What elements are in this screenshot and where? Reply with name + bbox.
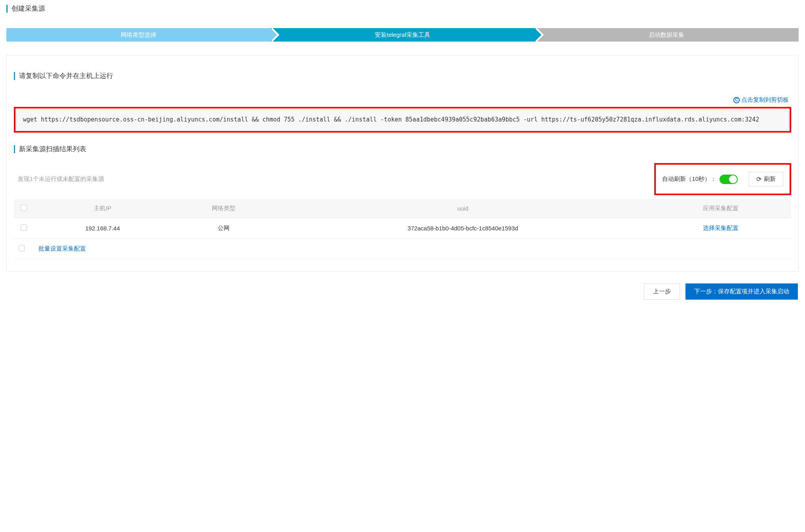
step-label: 网络类型选择 — [121, 31, 156, 39]
auto-refresh-toggle[interactable] — [720, 175, 738, 184]
step-install-telegraf[interactable]: 安装telegraf采集工具 — [270, 28, 534, 42]
refresh-button[interactable]: ⟳ 刷新 — [749, 172, 783, 186]
table-row: 192.168.7.44 公网 372aca58-b1b0-4d05-bcfc-… — [14, 218, 791, 239]
refresh-controls-highlight-frame: 自动刷新（10秒）： ⟳ 刷新 — [654, 163, 791, 195]
row-checkbox[interactable] — [21, 224, 27, 231]
command-highlight-frame: wget https://tsdbopensource.oss-cn-beiji… — [14, 107, 791, 133]
auto-refresh-control: 自动刷新（10秒）： — [662, 175, 738, 184]
col-network-type: 网络类型 — [171, 199, 275, 218]
refresh-button-label: 刷新 — [764, 175, 776, 183]
table-footer-row: 批量设置采集配置 — [14, 239, 791, 259]
install-command-box[interactable]: wget https://tsdbopensource.oss-cn-beiji… — [16, 109, 789, 130]
copy-icon: C — [733, 97, 740, 103]
section-accent-bar — [14, 145, 15, 153]
col-uuid: uuid — [275, 199, 650, 218]
next-step-button[interactable]: 下一步：保存配置项并进入采集启动 — [685, 283, 798, 300]
step-start-collection[interactable]: 启动数据采集 — [535, 28, 799, 42]
section-header-scan: 新采集源扫描结果列表 — [14, 144, 791, 154]
copy-row: C 点击复制到剪切板 — [14, 96, 791, 104]
copy-to-clipboard-link[interactable]: C 点击复制到剪切板 — [733, 96, 789, 104]
section-header-command: 请复制以下命令并在主机上运行 — [14, 71, 791, 80]
section-title: 新采集源扫描结果列表 — [19, 144, 86, 154]
refresh-icon: ⟳ — [756, 176, 761, 182]
scan-results-table: 主机IP 网络类型 uuid 应用采集配置 192.168.7.44 公网 37… — [14, 199, 791, 259]
section-title: 请复制以下命令并在主机上运行 — [19, 71, 113, 80]
footer-checkbox[interactable] — [19, 245, 25, 251]
main-card: 请复制以下命令并在主机上运行 C 点击复制到剪切板 wget https://t… — [6, 55, 799, 272]
title-accent-bar — [6, 5, 8, 13]
scan-status-message: 发现1个未运行或未配置的采集源 — [14, 175, 104, 183]
step-label: 安装telegraf采集工具 — [375, 31, 430, 39]
prev-step-button[interactable]: 上一步 — [644, 283, 680, 300]
cell-network-type: 公网 — [171, 218, 275, 239]
step-label: 启动数据采集 — [649, 31, 684, 39]
auto-refresh-label: 自动刷新（10秒）： — [662, 175, 716, 183]
select-config-link[interactable]: 选择采集配置 — [703, 224, 739, 231]
table-header-row: 主机IP 网络类型 uuid 应用采集配置 — [14, 199, 791, 218]
scan-top-row: 发现1个未运行或未配置的采集源 自动刷新（10秒）： ⟳ 刷新 — [14, 163, 791, 195]
section-accent-bar — [14, 72, 15, 80]
step-network-type[interactable]: 网络类型选择 — [6, 28, 270, 42]
select-all-checkbox[interactable] — [21, 205, 27, 211]
cell-host-ip: 192.168.7.44 — [34, 218, 171, 239]
copy-link-text: 点击复制到剪切板 — [741, 96, 789, 104]
page-title: 创建采集源 — [11, 4, 45, 13]
page-title-bar: 创建采集源 — [6, 4, 799, 13]
col-host-ip: 主机IP — [34, 199, 171, 218]
cell-uuid: 372aca58-b1b0-4d05-bcfc-1c8540e1593d — [275, 218, 650, 239]
col-config: 应用采集配置 — [650, 199, 791, 218]
wizard-footer: 上一步 下一步：保存配置项并进入采集启动 — [6, 283, 799, 300]
wizard-stepper: 网络类型选择 安装telegraf采集工具 启动数据采集 — [6, 28, 799, 42]
batch-set-config-link[interactable]: 批量设置采集配置 — [38, 245, 86, 252]
